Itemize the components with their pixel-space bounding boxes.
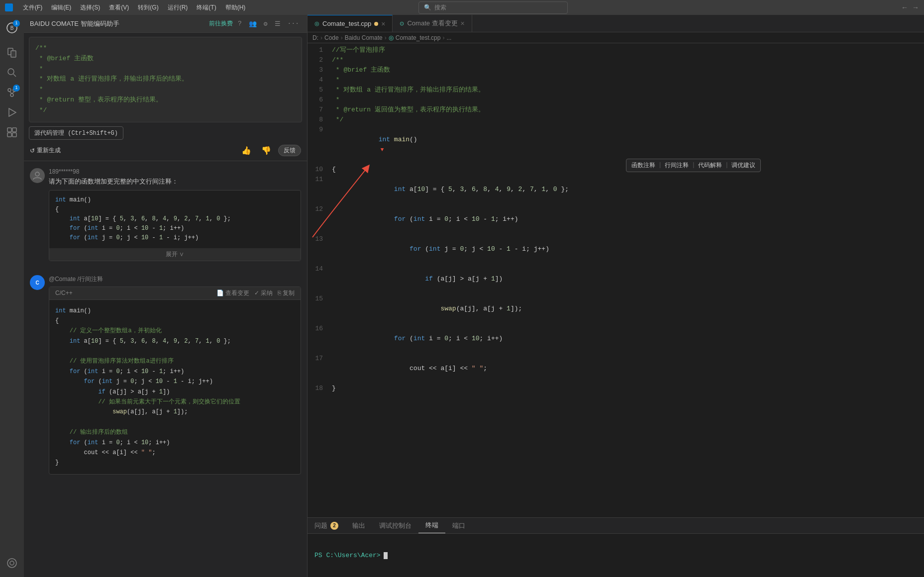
line-num-8: 8 bbox=[308, 115, 330, 125]
tab-close-changes[interactable]: × bbox=[461, 19, 465, 27]
line-num-15: 15 bbox=[308, 294, 330, 304]
tab-close-comate[interactable]: × bbox=[381, 20, 385, 28]
tab-view-changes[interactable]: ⊙ Comate 查看变更 × bbox=[393, 15, 472, 32]
tab-problems[interactable]: 问题 2 bbox=[308, 518, 345, 533]
sidebar-people[interactable]: 👥 bbox=[247, 19, 259, 29]
breadcrumb-d: D: bbox=[312, 34, 318, 41]
forward-btn[interactable]: → bbox=[912, 3, 919, 11]
sidebar-settings[interactable]: ⚙ bbox=[262, 19, 270, 29]
svg-rect-15 bbox=[12, 133, 16, 137]
code-line-3: for (int i = 0; i < 10 - 1; i++) bbox=[55, 224, 295, 233]
svg-point-6 bbox=[8, 89, 11, 92]
editor-line-1: 1 //写一个冒泡排序 bbox=[308, 45, 924, 55]
problems-label: 问题 bbox=[314, 521, 327, 530]
search-placeholder: 搜索 bbox=[434, 3, 446, 12]
line-content-13: for (int j = 0; j < 10 - 1 - i; j++) bbox=[330, 234, 924, 264]
ai-code-5: // 使用冒泡排序算法对数组a进行排序 bbox=[55, 356, 295, 366]
tooltip-text: 源代码管理 (Ctrl+Shift+G) bbox=[34, 130, 118, 137]
expand-text: 展开 ∨ bbox=[166, 251, 184, 258]
comment-line-0: /** bbox=[35, 43, 296, 54]
hover-optimize[interactable]: 调优建议 bbox=[731, 161, 755, 170]
activity-explorer[interactable] bbox=[3, 44, 21, 62]
menu-goto[interactable]: 转到(G) bbox=[134, 2, 162, 13]
titlebar: 文件(F) 编辑(E) 选择(S) 查看(V) 转到(G) 运行(R) 终端(T… bbox=[0, 0, 924, 15]
cursor-block bbox=[384, 552, 388, 559]
expand-button[interactable]: 展开 ∨ bbox=[49, 248, 301, 261]
breadcrumb-sep-3: › bbox=[442, 34, 444, 41]
activity-extensions[interactable] bbox=[3, 123, 21, 141]
terminal-label: 终端 bbox=[425, 521, 438, 530]
thumbup-button[interactable]: 👍 bbox=[238, 145, 254, 157]
view-changes-btn[interactable]: 📄 查看变更 bbox=[216, 289, 249, 297]
accept-label: 采纳 bbox=[261, 289, 273, 297]
tab-debug-console[interactable]: 调试控制台 bbox=[372, 518, 418, 533]
line-num-10: 10 bbox=[308, 165, 330, 175]
hover-inline-comment[interactable]: 行间注释 bbox=[665, 161, 689, 170]
svg-point-4 bbox=[8, 69, 14, 75]
menu-run[interactable]: 运行(R) bbox=[164, 2, 192, 13]
sidebar-more[interactable]: ··· bbox=[286, 19, 301, 28]
ai-avatar: C bbox=[30, 275, 45, 290]
tab-changes-label: Comate 查看变更 bbox=[407, 19, 457, 28]
sidebar-help[interactable]: ? bbox=[236, 19, 244, 28]
line-content-6: * bbox=[330, 95, 924, 105]
tab-changes-icon: ⊙ bbox=[400, 20, 404, 27]
lang-label: C/C++ bbox=[55, 289, 73, 296]
hover-func-comment[interactable]: 函数注释 bbox=[631, 161, 655, 170]
ai-code-1: { bbox=[55, 316, 295, 326]
hover-code-explain[interactable]: 代码解释 bbox=[698, 161, 722, 170]
bottom-tabs: 问题 2 输出 调试控制台 终端 端口 bbox=[308, 518, 924, 534]
copy-btn[interactable]: ⎘ 复制 bbox=[278, 289, 295, 297]
line-num-2: 2 bbox=[308, 55, 330, 65]
search-bar[interactable]: 🔍 搜索 bbox=[418, 1, 568, 14]
ai-code-content: int main() { // 定义一个整型数组a，并初始化 int a[10]… bbox=[49, 300, 301, 474]
terminal-content[interactable]: PS C:\Users\Acer> bbox=[308, 534, 924, 577]
menu-select[interactable]: 选择(S) bbox=[76, 2, 104, 13]
line-content-5: * 对数组 a 进行冒泡排序，并输出排序后的结果。 bbox=[330, 85, 924, 95]
feedback-button[interactable]: 反馈 bbox=[278, 145, 301, 156]
activity-search[interactable] bbox=[3, 64, 21, 82]
tab-output[interactable]: 输出 bbox=[345, 518, 372, 533]
accept-btn[interactable]: ✓ 采纳 bbox=[254, 289, 273, 297]
activity-debug[interactable] bbox=[3, 103, 21, 121]
code-editor[interactable]: 1 //写一个冒泡排序 2 /** 3 * @brief 主函数 4 * bbox=[308, 43, 924, 517]
activity-comate[interactable]: B 1 bbox=[3, 19, 21, 37]
sidebar-list[interactable]: ☰ bbox=[273, 19, 283, 29]
menu-view[interactable]: 查看(V) bbox=[105, 2, 133, 13]
editor-line-5: 5 * 对数组 a 进行冒泡排序，并输出排序后的结果。 bbox=[308, 85, 924, 95]
line-content-1: //写一个冒泡排序 bbox=[330, 45, 924, 55]
tab-comate-icon: ◎ bbox=[314, 20, 319, 27]
regen-button[interactable]: ↺ 重新生成 bbox=[30, 146, 61, 155]
ai-code-6: for (int i = 0; i < 10 - 1; i++) bbox=[55, 367, 295, 377]
tab-comate-test[interactable]: ◎ Comate_test.cpp × bbox=[308, 15, 393, 32]
tab-comate-label: Comate_test.cpp bbox=[322, 20, 371, 27]
line-content-4: * bbox=[330, 75, 924, 85]
tab-terminal[interactable]: 终端 bbox=[418, 518, 445, 533]
activity-scm[interactable]: 1 bbox=[3, 84, 21, 101]
menu-help[interactable]: 帮助(H) bbox=[221, 2, 250, 13]
back-btn[interactable]: ← bbox=[901, 3, 908, 11]
line-num-13: 13 bbox=[308, 234, 330, 244]
ai-code-15: } bbox=[55, 458, 295, 468]
comment-text: /** * @brief 主函数 * * 对数组 a 进行冒泡排序，并输出排序后… bbox=[35, 43, 296, 116]
line-num-14: 14 bbox=[308, 264, 330, 274]
activity-comate-bottom[interactable] bbox=[3, 554, 21, 572]
editor-line-17: 17 cout << a[i] << " "; bbox=[308, 354, 924, 384]
ai-code-box: C/C++ 📄 查看变更 ✓ 采纳 bbox=[49, 287, 301, 475]
menu-file[interactable]: 文件(F) bbox=[19, 2, 46, 13]
menu-terminal[interactable]: 终端(T) bbox=[193, 2, 220, 13]
sidebar-link[interactable]: 前往换费 bbox=[209, 19, 233, 28]
user-message-text: 请为下面的函数增加更完整的中文行间注释： bbox=[49, 177, 301, 186]
code-line-1: { bbox=[55, 205, 295, 214]
editor-line-6: 6 * bbox=[308, 95, 924, 105]
menu-edit[interactable]: 编辑(E) bbox=[47, 2, 75, 13]
user-row: 189******98 请为下面的函数增加更完整的中文行间注释： int mai… bbox=[24, 163, 307, 270]
editor-line-3: 3 * @brief 主函数 bbox=[308, 65, 924, 75]
tab-ports[interactable]: 端口 bbox=[445, 518, 472, 533]
ai-code-10: swap(a[j], a[j + 1]); bbox=[55, 407, 295, 417]
editor-line-18: 18 } bbox=[308, 384, 924, 393]
breadcrumb-baidu: Baidu Comate bbox=[345, 34, 383, 41]
line-content-7: * @return 返回值为整型，表示程序的执行结果。 bbox=[330, 105, 924, 115]
editor-line-9: 9 int main() ▼ bbox=[308, 125, 924, 165]
thumbdown-button[interactable]: 👎 bbox=[258, 145, 274, 157]
